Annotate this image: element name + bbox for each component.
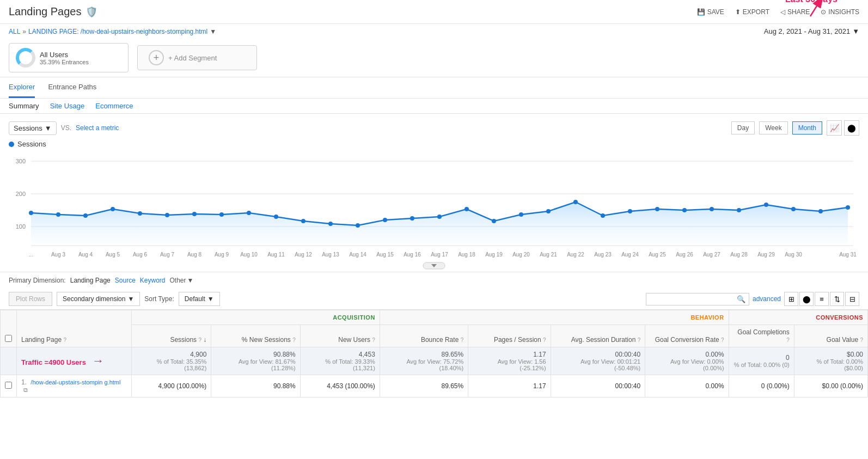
row1-checkbox[interactable]	[5, 382, 12, 389]
th-sessions[interactable]: Sessions ? ↓	[132, 325, 211, 347]
pie-view-button[interactable]: ⬤	[799, 292, 814, 306]
svg-point-11	[56, 212, 60, 217]
dim-other[interactable]: Other ▼	[170, 277, 194, 284]
save-icon: 💾	[697, 8, 705, 16]
goal-conv-help-icon: ?	[721, 337, 724, 343]
table-search-input[interactable]	[650, 295, 737, 303]
date-range-selector[interactable]: Aug 2, 2021 - Aug 31, 2021 ▼	[764, 27, 859, 35]
th-goal-conversion-rate[interactable]: Goal Conversion Rate ?	[645, 325, 729, 347]
totals-goal-val-value: $0.00	[847, 351, 863, 358]
svg-text:Aug 30: Aug 30	[785, 252, 802, 258]
select-all-checkbox[interactable]	[5, 335, 12, 342]
landing-page-help-icon: ?	[63, 337, 66, 343]
sessions-dot	[9, 142, 14, 147]
svg-text:Aug 28: Aug 28	[730, 252, 748, 258]
breadcrumb-page[interactable]: LANDING PAGE: /how-deal-upstairs-neighbo…	[28, 28, 207, 35]
svg-point-31	[601, 213, 605, 218]
line-chart-button[interactable]: 📈	[827, 120, 842, 136]
totals-sessions: 4,900 % of Total: 35.35% (13,862)	[132, 347, 211, 375]
th-goal-completions[interactable]: Goal Completions ?	[729, 325, 794, 347]
segment-sub: 35.39% Entrances	[40, 59, 89, 65]
th-bounce-rate[interactable]: Bounce Rate ?	[380, 325, 468, 347]
th-pct-new-sessions[interactable]: % New Sessions ?	[211, 325, 300, 347]
list-view-button[interactable]: ≡	[815, 292, 829, 306]
svg-text:Aug 7: Aug 7	[160, 252, 175, 258]
totals-bounce-sub: Avg for View: 75.72% (18.40%)	[384, 358, 463, 371]
svg-text:Aug 17: Aug 17	[431, 252, 448, 258]
search-icon[interactable]: 🔍	[737, 295, 745, 303]
sub-tab-site-usage[interactable]: Site Usage	[50, 102, 85, 110]
svg-text:300: 300	[16, 158, 26, 164]
vs-label: VS.	[61, 124, 71, 132]
pie-chart-button[interactable]: ⬤	[844, 120, 859, 136]
select-metric-link[interactable]: Select a metric	[76, 124, 119, 132]
row1-avg-duration: 00:00:40	[551, 375, 645, 397]
export-button[interactable]: ⬆ EXPORT	[735, 8, 769, 16]
svg-point-20	[301, 219, 305, 223]
svg-text:Aug 5: Aug 5	[106, 252, 120, 258]
svg-point-32	[628, 209, 632, 213]
svg-text:Aug 18: Aug 18	[458, 252, 475, 258]
segment-bar: All Users 35.39% Entrances + + Add Segme…	[0, 39, 868, 77]
svg-text:Aug 11: Aug 11	[267, 252, 285, 258]
totals-row: Traffic =4900 Users → 4,900 % of Total: …	[1, 347, 868, 375]
th-goal-value[interactable]: Goal Value ?	[794, 325, 867, 347]
row1-copy-icon[interactable]: ⧉	[23, 387, 28, 393]
row1-page-link[interactable]: /how-deal-upstairs-stompin g.html	[30, 379, 120, 385]
pct-new-sessions-help-icon: ?	[292, 337, 296, 343]
totals-new-users: 4,453 % of Total: 39.33% (11,321)	[300, 347, 380, 375]
chart-scroll-indicator[interactable]	[9, 260, 859, 272]
share-icon: ◁	[780, 8, 785, 16]
svg-text:Aug 22: Aug 22	[567, 252, 584, 258]
dim-source[interactable]: Source	[115, 277, 136, 284]
export-label: EXPORT	[743, 8, 769, 16]
insights-button[interactable]: ⊙ INSIGHTS	[821, 8, 859, 16]
tab-entrance-paths[interactable]: Entrance Paths	[48, 77, 96, 98]
compare-view-button[interactable]: ⇅	[830, 292, 844, 306]
table-toolbar-left: Plot Rows Secondary dimension ▼ Sort Typ…	[9, 292, 220, 306]
breadcrumb-all[interactable]: ALL	[9, 28, 20, 35]
sort-type-dropdown[interactable]: Default ▼	[179, 292, 220, 306]
advanced-link[interactable]: advanced	[753, 295, 781, 303]
share-button[interactable]: ◁ SHARE	[780, 8, 810, 16]
row1-goal-conv-value: 0.00%	[706, 382, 724, 390]
tab-explorer[interactable]: Explorer	[9, 77, 35, 98]
row1-new-users: 4,453 (100.00%)	[300, 375, 380, 397]
th-new-users[interactable]: New Users ?	[300, 325, 380, 347]
view-buttons: ⊞ ⬤ ≡ ⇅ ⊟	[784, 292, 859, 306]
dim-keyword[interactable]: Keyword	[140, 277, 166, 284]
metric-label: Sessions	[14, 124, 42, 132]
row1-goal-comp-value: 0 (0.00%)	[761, 382, 790, 390]
th-pages-session[interactable]: Pages / Session ?	[468, 325, 551, 347]
th-avg-session-duration[interactable]: Avg. Session Duration ?	[551, 325, 645, 347]
month-button[interactable]: Month	[792, 121, 822, 134]
sub-tab-ecommerce[interactable]: Ecommerce	[95, 102, 133, 110]
svg-text:Aug 26: Aug 26	[676, 252, 693, 258]
sort-type-label: Sort Type:	[144, 295, 174, 303]
metric-dropdown[interactable]: Sessions ▼	[9, 121, 57, 135]
save-button[interactable]: 💾 SAVE	[697, 8, 724, 16]
week-button[interactable]: Week	[759, 121, 787, 134]
insights-icon: ⊙	[821, 8, 826, 16]
sessions-sort-icon[interactable]: ↓	[203, 336, 206, 344]
sub-tab-summary[interactable]: Summary	[9, 102, 39, 110]
all-users-segment[interactable]: All Users 35.39% Entrances	[9, 43, 129, 72]
svg-point-23	[383, 218, 387, 222]
svg-point-14	[138, 211, 142, 216]
day-button[interactable]: Day	[731, 121, 755, 134]
row1-pages-session: 1.17	[468, 375, 551, 397]
breadcrumb-dropdown-icon[interactable]: ▼	[210, 28, 216, 35]
add-segment-button[interactable]: + + Add Segment	[137, 45, 257, 70]
svg-point-19	[274, 215, 278, 219]
secondary-dim-dropdown-icon: ▼	[127, 295, 134, 303]
other-label: Other	[170, 277, 186, 284]
grid-view-button[interactable]: ⊞	[784, 292, 798, 306]
pivot-view-button[interactable]: ⊟	[845, 292, 859, 306]
dim-landing-page[interactable]: Landing Page	[70, 277, 111, 284]
sessions-chart: 300 200 100	[9, 150, 859, 259]
svg-point-29	[546, 209, 551, 213]
segment-text: All Users 35.39% Entrances	[40, 51, 89, 65]
breadcrumb-left: ALL » LANDING PAGE: /how-deal-upstairs-n…	[9, 28, 216, 35]
secondary-dimension-dropdown[interactable]: Secondary dimension ▼	[57, 292, 140, 306]
totals-avg-duration: 00:00:40 Avg for View: 00:01:21 (-50.48%…	[551, 347, 645, 375]
